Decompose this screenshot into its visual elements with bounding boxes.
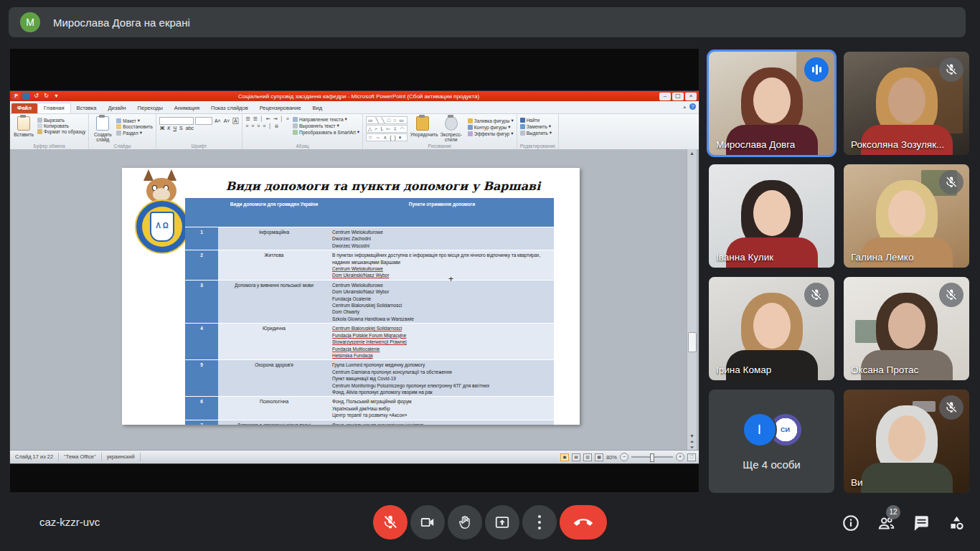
list-buttons[interactable]: ☰ ☰ │ ⇤ ⇥ │ ≡: [245, 116, 290, 122]
zoom-out-icon[interactable]: −: [620, 453, 628, 461]
zoom-in-icon[interactable]: +: [676, 453, 684, 461]
participant-tile[interactable]: IСИЩе 4 особи: [709, 390, 834, 493]
select-button[interactable]: Выделить ▾: [520, 130, 556, 136]
more-options-icon: [538, 515, 541, 529]
participant-tile[interactable]: Галина Лемко: [844, 164, 969, 268]
copy-button[interactable]: Копировать: [37, 123, 85, 128]
participant-tile[interactable]: Оксана Протас: [844, 277, 969, 380]
scroll-up-icon[interactable]: ▲: [689, 149, 694, 158]
shape-fill-button[interactable]: Заливка фигуры ▾: [468, 118, 514, 123]
participant-name: Іванна Кулик: [716, 252, 773, 263]
clear-format-icon[interactable]: 🄰: [232, 118, 239, 124]
activities-button[interactable]: [947, 514, 966, 532]
shape-outline-button[interactable]: Контур фигуры ▾: [468, 124, 514, 130]
meeting-details-button[interactable]: [842, 514, 860, 532]
participant-count-badge: 12: [886, 505, 900, 519]
font-style-button[interactable]: Ч: [172, 126, 177, 131]
font-size-combobox[interactable]: [195, 117, 212, 125]
help-icon[interactable]: ?: [689, 103, 696, 110]
more-options-button[interactable]: [522, 505, 557, 540]
participant-tile[interactable]: Мирослава Довга: [709, 52, 834, 155]
maximize-button[interactable]: ▢: [672, 93, 684, 100]
align-buttons[interactable]: ≡ ≡ ≡ ≡ │ ≣: [245, 123, 290, 129]
vertical-scrollbar[interactable]: ▲ ▼⏶⏷: [687, 149, 697, 451]
normal-view-icon[interactable]: ▣: [560, 453, 569, 461]
ribbon-tab-9[interactable]: Вид: [307, 103, 329, 113]
font-style-button[interactable]: Ж: [159, 126, 165, 131]
undo-icon[interactable]: ↺: [32, 93, 40, 100]
present-screen-button[interactable]: [485, 505, 519, 540]
font-style-button[interactable]: abc: [185, 126, 194, 131]
participant-tile[interactable]: Іванна Кулик: [709, 164, 834, 268]
minimize-button[interactable]: –: [659, 93, 671, 100]
redo-icon[interactable]: ↻: [42, 93, 50, 100]
presenting-banner-text: Мирослава Довга на екрані: [53, 17, 190, 29]
scrollbar-thumb[interactable]: [688, 332, 697, 352]
close-button[interactable]: ×: [685, 93, 697, 100]
shape-effects-button[interactable]: Эффекты фигур ▾: [468, 131, 514, 136]
font-name-combobox[interactable]: [159, 117, 194, 125]
ribbon-tab-4[interactable]: Дизайн: [102, 103, 131, 113]
slide-sorter-icon[interactable]: ▤: [572, 453, 580, 461]
slide-table: Види допомоги для громадян України Пункт…: [185, 198, 554, 425]
fit-to-window-icon[interactable]: ⛶: [687, 453, 696, 461]
layout-button[interactable]: Макет ▾: [116, 118, 153, 123]
ribbon-tab-5[interactable]: Переходы: [132, 103, 169, 113]
scroll-down-icon[interactable]: ▼: [689, 433, 694, 438]
replace-button[interactable]: Заменить ▾: [520, 123, 556, 129]
mic-toggle-button[interactable]: [373, 505, 407, 540]
cut-button[interactable]: Вырезать: [37, 118, 85, 123]
ribbon-tab-6[interactable]: Анимация: [169, 103, 205, 113]
participant-tile[interactable]: Роксоляна Зозуляк...: [844, 52, 969, 155]
shrink-font-icon[interactable]: A˅: [223, 118, 231, 123]
mic-off-icon: [382, 514, 398, 530]
ribbon-tab-2[interactable]: Главная: [37, 103, 71, 113]
show-participants-button[interactable]: 12: [877, 514, 895, 532]
language-indicator[interactable]: украинский: [102, 453, 141, 461]
font-style-button[interactable]: К: [166, 126, 171, 131]
reset-button[interactable]: Восстановить: [116, 124, 153, 129]
align-text-button[interactable]: Выровнять текст ▾: [293, 123, 359, 128]
table-header-row: Види допомоги для громадян України Пункт…: [185, 198, 554, 227]
raise-hand-button[interactable]: [448, 505, 482, 540]
find-button[interactable]: Найти: [520, 118, 556, 123]
meeting-panel-icons: 12: [842, 514, 966, 532]
previous-slide-icon[interactable]: ⏶: [690, 439, 694, 444]
mic-muted-icon: [939, 57, 963, 82]
format-painter-button[interactable]: Формат по образцу: [37, 129, 85, 134]
zoom-slider[interactable]: [631, 456, 673, 458]
participant-tile[interactable]: Ви: [844, 390, 969, 493]
participant-tile[interactable]: Ірина Комар: [709, 277, 834, 380]
paste-button[interactable]: Вставить: [13, 116, 34, 137]
save-icon[interactable]: [22, 93, 30, 100]
theme-name: "Тема Office": [59, 453, 102, 461]
ribbon-tab-7[interactable]: Показ слайдов: [205, 103, 254, 113]
qat-dropdown-icon[interactable]: ▾: [52, 93, 60, 100]
leave-call-button[interactable]: [560, 505, 607, 540]
ribbon-tab-1[interactable]: Файл: [11, 103, 37, 113]
next-slide-icon[interactable]: ⏷: [690, 445, 694, 450]
participant-name: Роксоляна Зозуляк...: [851, 139, 944, 150]
minimize-ribbon-icon[interactable]: ▴: [683, 104, 686, 110]
section-button[interactable]: Раздел ▾: [116, 130, 153, 136]
ribbon-tab-8[interactable]: Рецензирование: [254, 103, 307, 113]
quick-styles-button[interactable]: Экспресс-стили: [438, 116, 465, 142]
mic-muted-icon: [939, 170, 963, 194]
chat-button[interactable]: [912, 514, 930, 532]
arrange-button[interactable]: Упорядочить: [410, 116, 435, 137]
reading-view-icon[interactable]: ▥: [583, 453, 592, 461]
smartart-button[interactable]: Преобразовать в SmartArt ▾: [293, 129, 359, 135]
font-style-button[interactable]: S: [179, 126, 184, 131]
ribbon-tab-3[interactable]: Вставка: [71, 103, 103, 113]
slideshow-icon[interactable]: ▦: [595, 453, 603, 461]
shapes-gallery[interactable]: ☆ ～ ∧ { } ▾: [366, 133, 407, 141]
shapes-gallery[interactable]: △ ⌐ L ⇦ ⇩ ◠: [366, 125, 407, 133]
new-slide-button[interactable]: Создать слайд: [92, 116, 113, 142]
shapes-gallery[interactable]: ▭ ╲ ╲ □ ○ ▭: [366, 116, 407, 124]
camera-toggle-button[interactable]: [410, 505, 445, 540]
ppt-statusbar: Слайд 17 из 22 "Тема Office" украинский …: [10, 450, 699, 463]
zoom-slider-thumb[interactable]: [650, 453, 654, 462]
presenter-avatar: M: [20, 12, 40, 32]
text-direction-button[interactable]: Направление текста ▾: [293, 116, 359, 122]
grow-font-icon[interactable]: A˄: [214, 118, 222, 123]
